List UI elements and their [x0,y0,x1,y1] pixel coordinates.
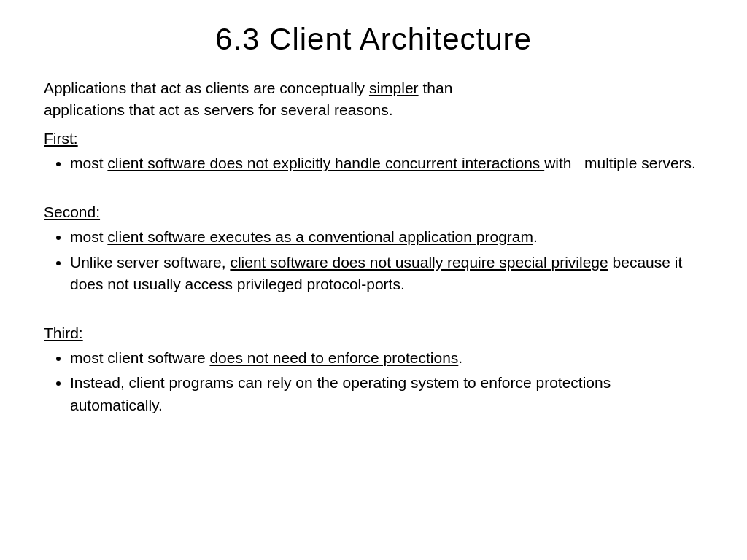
first-bullet-1: most client software does not explicitly… [70,152,703,174]
first-bullet-list: most client software does not explicitly… [70,152,703,174]
third-bullet-1: most client software does not need to en… [70,347,703,369]
second-label: Second: [44,201,703,223]
intro-paragraph: Applications that act as clients are con… [44,77,703,122]
first-section: First: most client software does not exp… [44,128,703,175]
second-section: Second: most client software executes as… [44,201,703,296]
first-bullet-1-prefix: most [70,155,107,171]
second-bullet-1-underlined: client software executes as a convention… [107,228,533,245]
third-bullet-list: most client software does not need to en… [70,347,703,416]
second-bullet-list: most client software executes as a conve… [70,226,703,295]
third-bullet-2: Instead, client programs can rely on the… [70,372,703,416]
intro-text-3: applications that act as servers for sev… [44,101,393,118]
main-content: Applications that act as clients are con… [44,77,703,425]
intro-text-2: than [419,79,453,96]
third-section: Third: most client software does not nee… [44,322,703,417]
second-bullet-1-prefix: most [70,228,107,245]
page-title: 6.3 Client Architecture [215,22,532,57]
third-bullet-1-underlined: does not need to enforce protections [209,349,458,366]
second-bullet-1: most client software executes as a conve… [70,226,703,248]
second-bullet-1-suffix: . [533,228,538,245]
third-bullet-1-prefix: most client software [70,349,209,366]
second-bullet-2: Unlike server software, client software … [70,252,703,296]
intro-simpler: simpler [369,79,419,96]
third-bullet-2-text: Instead, client programs can rely on the… [70,374,611,413]
first-label: First: [44,128,703,149]
third-bullet-1-suffix: . [458,349,462,366]
intro-text-1: Applications that act as clients are con… [44,79,369,96]
second-bullet-2-underlined: client software does not usually require… [230,254,608,271]
third-label: Third: [44,322,703,344]
first-bullet-1-suffix: with multiple servers. [544,155,696,171]
first-bullet-1-underlined: client software does not explicitly hand… [107,155,544,171]
second-bullet-2-prefix: Unlike server software, [70,254,230,271]
